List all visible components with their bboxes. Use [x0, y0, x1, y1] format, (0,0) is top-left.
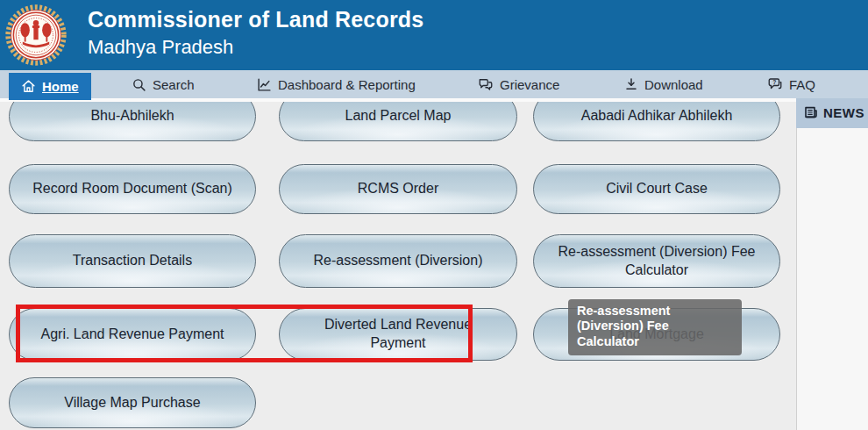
- news-header: NEWS: [796, 97, 868, 128]
- land-parcel-map-button[interactable]: Land Parcel Map: [279, 102, 517, 141]
- diverted-land-revenue-payment-button[interactable]: Diverted Land Revenue Payment: [279, 308, 517, 361]
- tooltip: Re-assessment (Diversion) Fee Calculator: [568, 299, 742, 355]
- nav-item-grievance[interactable]: Grievance: [478, 70, 559, 98]
- nav-item-search[interactable]: Search: [132, 70, 195, 98]
- record-room-document-scan-button[interactable]: Record Room Document (Scan): [9, 164, 256, 214]
- nav-item-faq[interactable]: ? FAQ: [767, 70, 815, 98]
- mp-government-emblem-icon: [2, 2, 70, 68]
- news-panel: [796, 128, 868, 430]
- nav-label-search: Search: [153, 77, 195, 92]
- nav-label-download: Download: [644, 77, 703, 92]
- re-assessment-diversion-button[interactable]: Re-assessment (Diversion): [279, 234, 517, 288]
- line-chart-icon: [257, 77, 272, 92]
- agri-land-revenue-payment-button[interactable]: Agri. Land Revenue Payment: [9, 308, 256, 361]
- download-icon: [624, 77, 638, 91]
- svg-text:?: ?: [772, 79, 776, 85]
- services-grid: Bhu-Abhilekh Land Parcel Map Aabadi Adhi…: [0, 102, 796, 430]
- re-assessment-diversion-fee-calculator-button[interactable]: Re-assessment (Diversion) Fee Calculator: [533, 234, 780, 288]
- nav-label-dashboard-reporting: Dashboard & Reporting: [278, 77, 416, 92]
- rcms-order-button[interactable]: RCMS Order: [279, 164, 517, 214]
- civil-court-case-button[interactable]: Civil Court Case: [533, 164, 780, 214]
- search-icon: [132, 77, 146, 92]
- home-icon: [21, 79, 36, 94]
- page-subtitle: Madhya Pradesh: [88, 36, 423, 59]
- news-sidebar: NEWS: [796, 97, 868, 430]
- nav-item-download[interactable]: Download: [624, 70, 703, 98]
- page-title: Commissioner of Land Records: [88, 6, 423, 32]
- village-map-purchase-button[interactable]: Village Map Purchase: [9, 377, 256, 428]
- faq-bubble-icon: ?: [767, 76, 783, 92]
- bhu-abhilekh-button[interactable]: Bhu-Abhilekh: [9, 102, 256, 141]
- news-label: NEWS: [823, 105, 864, 120]
- nav-item-dashboard-reporting[interactable]: Dashboard & Reporting: [257, 70, 416, 98]
- nav-label-faq: FAQ: [789, 77, 815, 92]
- aabadi-adhikar-abhilekh-button[interactable]: Aabadi Adhikar Abhilekh: [533, 102, 780, 141]
- nav-item-home[interactable]: Home: [9, 73, 91, 100]
- chat-bubbles-icon: [478, 76, 494, 92]
- newspaper-icon: [804, 105, 818, 119]
- app-header: Commissioner of Land Records Madhya Prad…: [0, 0, 868, 70]
- transaction-details-button[interactable]: Transaction Details: [9, 234, 256, 288]
- main-navigation: Home Search Dashboard & Reporting Grieva…: [0, 70, 868, 98]
- nav-label-home: Home: [42, 79, 79, 94]
- nav-label-grievance: Grievance: [500, 77, 559, 92]
